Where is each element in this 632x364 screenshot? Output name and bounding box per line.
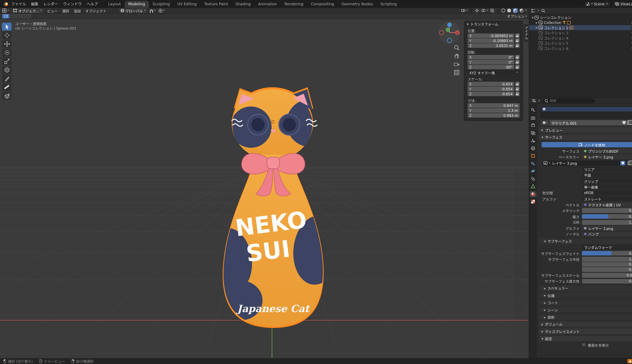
tool-annotate[interactable] xyxy=(2,75,12,82)
roughness-slider[interactable]: 0.450 xyxy=(582,214,632,219)
menu-add[interactable]: 追加 xyxy=(73,8,82,13)
tab-texture-paint[interactable]: Texture Paint xyxy=(200,1,232,8)
lock-icon[interactable] xyxy=(515,60,520,64)
outliner-row-scene-collection[interactable]: ▼ シーンコレクション xyxy=(529,15,632,20)
panel-settings[interactable]: ▼設定 xyxy=(539,336,632,342)
lock-icon[interactable] xyxy=(515,65,520,70)
outliner-row-collection-6[interactable]: コレクション 6 xyxy=(529,46,632,50)
menu-help[interactable]: ヘルプ xyxy=(84,1,100,6)
tab-texture[interactable] xyxy=(530,198,536,205)
tab-modifiers[interactable] xyxy=(530,160,536,166)
alpha-input-button[interactable]: レイヤー 3.png xyxy=(582,226,632,231)
menu-select[interactable]: 選択 xyxy=(61,8,70,13)
lock-icon[interactable] xyxy=(515,38,520,43)
lock-icon[interactable] xyxy=(515,33,520,38)
location-z-field[interactable]: Z3.0531 m xyxy=(468,43,514,48)
lock-icon[interactable] xyxy=(515,43,520,48)
options-dropdown[interactable]: オプション ▾ xyxy=(507,14,527,18)
shading-material-button[interactable] xyxy=(513,8,518,13)
scene-unlink-icon[interactable]: ✕ xyxy=(606,2,608,6)
snap-toggle[interactable]: ▾ xyxy=(150,8,156,13)
metallic-slider[interactable]: 0.000 xyxy=(582,208,632,213)
subpanel-emission[interactable]: ▶放射 xyxy=(539,314,632,320)
navigation-gizmo[interactable]: X xyxy=(438,21,461,44)
tool-rotate[interactable] xyxy=(2,49,12,56)
exclude-checkbox[interactable] xyxy=(630,31,632,34)
tab-object-data[interactable] xyxy=(530,183,536,190)
location-x-field[interactable]: X-0.005852 m xyxy=(468,33,514,38)
mode-dropdown[interactable]: オブジェク... ▾ xyxy=(12,8,43,13)
active-tool-select-box[interactable] xyxy=(2,14,10,18)
shading-wireframe-button[interactable] xyxy=(501,9,505,12)
scene-selector[interactable]: ▾ Scene ✕ xyxy=(584,1,611,7)
search-input[interactable] xyxy=(550,99,593,102)
outliner-editor-icon[interactable] xyxy=(531,9,536,13)
rotation-y-field[interactable]: Y0° xyxy=(468,60,514,64)
subpanel-subsurface[interactable]: ▼サブサーフェス xyxy=(539,238,632,244)
gizmo-z-negative[interactable] xyxy=(448,38,452,42)
pan-hand-icon[interactable] xyxy=(454,53,460,59)
alpha-mode-dropdown[interactable]: ストレート▾ xyxy=(582,196,632,201)
rotation-z-field[interactable]: Z-90° xyxy=(468,65,514,70)
camera-view-icon[interactable] xyxy=(454,61,460,67)
viewlayer-selector[interactable]: ViewLayer ✕ xyxy=(613,1,632,7)
tab-view-layer[interactable] xyxy=(530,130,536,136)
outliner-row-collection-3[interactable]: コレクション 3 xyxy=(529,30,632,35)
lock-icon[interactable] xyxy=(515,55,520,60)
expand-arrow-icon[interactable]: ▶ xyxy=(535,21,538,24)
select-mode-extend-button[interactable] xyxy=(16,14,20,18)
gizmo-z-positive[interactable] xyxy=(447,22,452,27)
menu-object[interactable]: オブジェクト xyxy=(84,8,107,13)
tool-add-primitive[interactable] xyxy=(2,92,12,100)
expand-arrow-icon[interactable]: ▼ xyxy=(531,16,534,19)
tab-uv-editing[interactable]: UV Editing xyxy=(174,1,200,8)
tab-physics[interactable] xyxy=(530,168,536,174)
material-slot[interactable] xyxy=(542,107,632,112)
normal-input-button[interactable]: バンプ xyxy=(582,232,632,236)
tool-cursor[interactable] xyxy=(2,31,12,39)
scale-y-field[interactable]: Y-0.654 xyxy=(468,87,514,91)
shading-solid-button[interactable] xyxy=(507,9,511,12)
tab-rendering[interactable]: Rendering xyxy=(281,1,307,8)
dimensions-x-field[interactable]: X0.647 m xyxy=(468,103,520,108)
subpanel-transmission[interactable]: ▶伝播 xyxy=(539,293,632,298)
properties-editor-icon[interactable] xyxy=(532,98,536,103)
use-nodes-button[interactable]: ノードを使用 xyxy=(542,142,632,147)
sidebar-tab-item[interactable]: アイテム xyxy=(524,24,529,42)
tab-object[interactable] xyxy=(530,153,536,159)
zoom-icon[interactable] xyxy=(454,44,460,51)
tab-geometry-nodes[interactable]: Geometry Nodes xyxy=(338,1,377,8)
select-mode-subtract-button[interactable] xyxy=(21,14,26,18)
new-material-copy-icon[interactable] xyxy=(627,121,630,124)
lock-icon[interactable] xyxy=(515,87,520,91)
subsurface-radius-x[interactable]: 1.000 xyxy=(582,257,632,262)
tab-modeling[interactable]: Modeling xyxy=(124,1,149,8)
tab-material[interactable] xyxy=(530,191,536,197)
panel-preview[interactable]: ▶プレビュー xyxy=(539,127,632,133)
subsurface-radius-y[interactable]: 0.200 xyxy=(582,262,632,267)
select-mode-new-button[interactable] xyxy=(10,14,15,18)
tab-render[interactable] xyxy=(530,114,536,121)
tab-layout[interactable]: Layout xyxy=(104,1,124,8)
fake-user-shield-icon[interactable] xyxy=(622,121,626,124)
properties-search[interactable] xyxy=(542,98,595,103)
tab-tool[interactable] xyxy=(530,107,536,113)
exclude-checkbox[interactable] xyxy=(630,36,632,40)
select-mode-intersect-button[interactable] xyxy=(26,14,31,18)
surface-shader-button[interactable]: プリンシプルBSDF xyxy=(582,148,632,153)
gizmo-y-positive[interactable] xyxy=(446,28,450,32)
backface-culling-checkbox[interactable] xyxy=(582,343,586,347)
new-image-button[interactable] xyxy=(627,161,632,165)
lock-icon[interactable] xyxy=(515,92,520,96)
panel-volume[interactable]: ▶ボリューム xyxy=(539,322,632,327)
panel-displacement[interactable]: ▶ディスプレイスメント xyxy=(539,328,632,334)
outliner-row-collection-4[interactable]: コレクション 4 xyxy=(529,35,632,40)
panel-surface[interactable]: ▼サーフェス xyxy=(539,134,632,140)
blender-logo-icon[interactable] xyxy=(2,1,9,6)
tab-sculpting[interactable]: Sculpting xyxy=(149,1,174,8)
lock-icon[interactable] xyxy=(515,82,520,86)
search-icon[interactable] xyxy=(541,9,546,13)
interpolation-dropdown[interactable]: リニア▾ xyxy=(582,167,632,172)
tool-scale[interactable] xyxy=(2,58,12,65)
colorspace-dropdown[interactable]: sRGB▾ xyxy=(582,190,632,195)
